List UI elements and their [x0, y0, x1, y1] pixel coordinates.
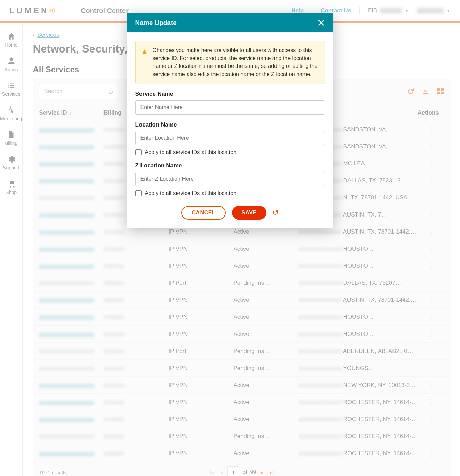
chevron-down-icon: ▼	[405, 8, 409, 13]
row-actions-button[interactable]: ⋮	[427, 244, 435, 253]
status-cell: Active	[233, 246, 298, 252]
sidebar-item-label: Services	[2, 91, 20, 97]
row-actions-button[interactable]: ⋮	[427, 159, 435, 168]
list-icon	[7, 81, 16, 90]
download-icon[interactable]	[421, 87, 430, 95]
row-actions-button[interactable]: ⋮	[427, 415, 435, 423]
eid-dropdown[interactable]: EID ▼	[368, 7, 409, 14]
service-id-link[interactable]: xxxxxxxxxxxxxxxxxxx	[39, 246, 94, 252]
row-actions-button[interactable]: ⋮	[427, 296, 435, 304]
row-actions-button[interactable]: ⋮	[427, 381, 435, 389]
location-cell: xxxxxxxxxxxxxxx HOUSTO…	[298, 331, 417, 338]
checkbox-input[interactable]	[135, 190, 142, 196]
row-actions-button[interactable]: ⋮	[427, 176, 435, 185]
product-cell: IP VPN	[168, 246, 233, 252]
location-cell: xxxxxxxxxxxxxxx ROCHESTER, NY, 14614-141…	[298, 399, 417, 406]
apply-all-zlocation-checkbox[interactable]: Apply to all service IDs at this locatio…	[135, 190, 325, 196]
service-id-link[interactable]: xxxxxxxxxxxxxxxxxxx	[39, 331, 94, 337]
app-title: Control Center	[81, 7, 129, 15]
service-id-link[interactable]: xxxxxxxxxxxxxxxxxxx	[39, 177, 94, 184]
col-actions: Actions	[417, 108, 445, 118]
sidebar-item-support[interactable]: Support	[0, 151, 22, 176]
sidebar-item-shop[interactable]: Shop	[0, 176, 22, 200]
col-service-id[interactable]: Service ID↓	[39, 108, 104, 118]
sort-arrow-icon: ↓	[69, 110, 72, 116]
save-button[interactable]: SAVE	[232, 206, 266, 220]
row-actions-button[interactable]: ⋮	[427, 313, 435, 321]
sidebar-item-home[interactable]: Home	[0, 29, 22, 53]
warning-alert: ▲ Changes you make here are visible to a…	[135, 41, 325, 84]
row-actions-button[interactable]: ⋮	[427, 398, 435, 406]
page-input[interactable]	[227, 466, 239, 476]
divider	[359, 7, 360, 14]
service-id-link[interactable]: xxxxxxxxxxxxxxxxxxx	[39, 263, 94, 269]
close-icon[interactable]: ✕	[317, 17, 325, 29]
row-actions-button[interactable]: ⋮	[427, 210, 435, 219]
sidebar-item-label: Billing	[5, 140, 17, 146]
sidebar-item-services[interactable]: Services	[0, 78, 22, 102]
gear-icon	[7, 155, 16, 164]
last-page-button[interactable]: ▸|	[268, 468, 275, 476]
status-cell: Pending Ins…	[233, 433, 298, 440]
service-name-input[interactable]	[135, 100, 325, 115]
search-icon[interactable]: ⌕	[109, 88, 113, 95]
user-dropdown[interactable]: ▼	[417, 8, 450, 13]
user-icon	[7, 57, 16, 65]
product-cell: IP VPN	[168, 433, 233, 440]
row-actions-button[interactable]: ⋮	[427, 262, 435, 270]
sidebar-item-billing[interactable]: Billing	[0, 127, 22, 151]
row-actions-button[interactable]: ⋮	[427, 449, 435, 458]
service-id-link[interactable]: xxxxxxxxxxxxxxxxxxx	[39, 126, 94, 133]
service-id-link[interactable]: xxxxxxxxxxxxxxxxxxx	[39, 416, 94, 422]
status-cell: Active	[233, 450, 298, 457]
service-id-link[interactable]: xxxxxxxxxxxxxxxxxxx	[39, 143, 94, 150]
sidebar-item-label: Home	[5, 42, 17, 48]
service-id-link[interactable]: xxxxxxxxxxxxxxxxxxx	[39, 314, 94, 320]
z-location-name-input[interactable]	[135, 172, 325, 186]
table-row: xxxxxxxxxxxxxxxxxxxxxxxxxxIP VPNActivexx…	[33, 257, 451, 274]
eid-value	[380, 8, 402, 13]
row-actions-button[interactable]: ⋮	[427, 227, 435, 236]
checkbox-input[interactable]	[135, 149, 142, 155]
columns-icon[interactable]	[436, 87, 445, 95]
service-id-link[interactable]: xxxxxxxxxxxxxxxxxxx	[39, 399, 94, 405]
cancel-button[interactable]: CANCEL	[181, 206, 226, 220]
product-cell: IP VPN	[168, 399, 233, 406]
first-page-button[interactable]: |◂	[208, 468, 215, 476]
activity-icon	[7, 106, 16, 115]
service-id-link[interactable]: xxxxxxxxxxxxxxxxxxx	[39, 382, 94, 388]
service-id-link[interactable]: xxxxxxxxxxxxxxxxxxx	[39, 160, 94, 167]
service-id-link[interactable]: xxxxxxxxxxxxxxxxxxx	[39, 450, 94, 457]
contact-link[interactable]: Contact Us	[321, 7, 351, 14]
status-cell: Active	[233, 399, 298, 406]
sidebar-item-label: Admin	[4, 67, 18, 72]
apply-all-location-checkbox[interactable]: Apply to all service IDs at this locatio…	[135, 149, 325, 155]
table-row: xxxxxxxxxxxxxxxxxxxxxxxxxxIP VPNActivexx…	[33, 240, 451, 257]
row-actions-button[interactable]: ⋮	[427, 330, 435, 338]
service-id-text: xxxxxxxxxxxxxxxxxxx	[39, 365, 94, 371]
reset-icon[interactable]: ↺	[272, 208, 279, 217]
status-cell: Active	[233, 331, 298, 338]
sidebar-item-label: Support	[3, 165, 19, 170]
product-cell: IP VPN	[168, 228, 233, 235]
service-id-link[interactable]: xxxxxxxxxxxxxxxxxxx	[39, 211, 94, 218]
row-actions-button[interactable]: ⋮	[427, 142, 435, 151]
modal-title: Name Update	[135, 19, 177, 27]
help-link[interactable]: Help	[291, 7, 304, 14]
billing-cell: xxxxxxx	[104, 416, 124, 422]
service-id-text: xxxxxxxxxxxxxxxxxxx	[39, 280, 94, 286]
service-id-text: xxxxxxxxxxxxxxxxxxx	[39, 194, 94, 201]
breadcrumb-link[interactable]: Services	[37, 32, 59, 39]
location-name-input[interactable]	[135, 131, 325, 145]
search-input[interactable]	[39, 84, 117, 99]
refresh-icon[interactable]	[406, 87, 415, 95]
row-actions-button[interactable]: ⋮	[427, 125, 435, 134]
sidebar-item-monitoring[interactable]: Monitoring	[0, 102, 22, 127]
next-page-button[interactable]: ▸	[259, 468, 265, 476]
status-cell: Active	[233, 263, 298, 269]
service-id-link[interactable]: xxxxxxxxxxxxxxxxxxx	[39, 297, 94, 303]
prev-page-button[interactable]: ◂	[219, 468, 224, 476]
billing-cell: xxxxxxx	[104, 211, 124, 218]
sidebar-item-admin[interactable]: Admin	[0, 53, 22, 78]
service-id-link[interactable]: xxxxxxxxxxxxxxxxxxx	[39, 228, 94, 235]
